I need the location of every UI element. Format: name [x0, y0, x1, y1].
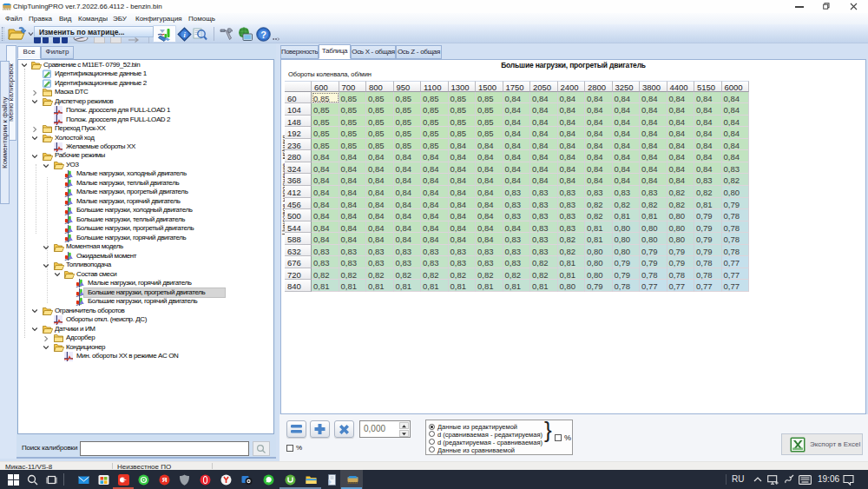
svg-text:?: ?	[260, 30, 266, 40]
svg-text:Я: Я	[162, 476, 168, 484]
